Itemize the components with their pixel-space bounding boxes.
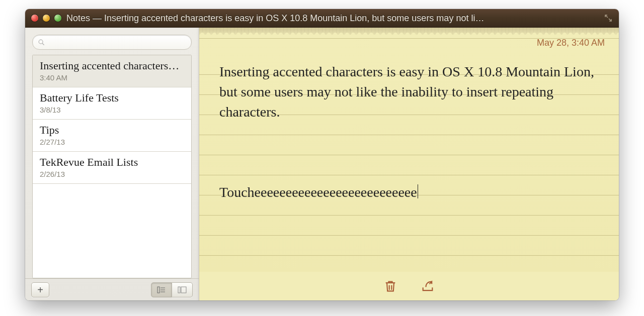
share-note-button[interactable]	[421, 279, 435, 293]
note-list-date: 3:40 AM	[40, 73, 184, 82]
note-only-view-button[interactable]	[172, 282, 193, 297]
note-view-icon	[178, 286, 187, 293]
sidebar: Inserting accented characters… 3:40 AM B…	[25, 28, 199, 300]
torn-edge	[199, 28, 619, 35]
note-list-title: Tips	[40, 124, 184, 137]
note-list-title: Battery Life Tests	[40, 91, 184, 104]
close-window-button[interactable]	[31, 15, 38, 22]
note-list-date: 2/26/13	[40, 170, 184, 178]
note-list-title: Inserting accented characters…	[40, 59, 184, 72]
view-toggle	[151, 282, 193, 297]
search-field[interactable]	[32, 35, 192, 50]
titlebar: Notes — Inserting accented characters is…	[25, 9, 619, 28]
notes-window: Notes — Inserting accented characters is…	[25, 9, 619, 300]
share-icon	[421, 279, 435, 293]
note-list-item[interactable]: Inserting accented characters… 3:40 AM	[33, 55, 191, 87]
delete-note-button[interactable]	[383, 279, 397, 293]
note-list-date: 3/8/13	[40, 106, 184, 114]
fullscreen-button[interactable]	[604, 14, 613, 23]
svg-rect-6	[178, 287, 180, 293]
note-list-item[interactable]: Tips 2/27/13	[33, 120, 191, 152]
search-input[interactable]	[48, 38, 186, 47]
list-view-icon	[157, 286, 166, 293]
note-timestamp: May 28, 3:40 AM	[537, 38, 605, 48]
note-pane: May 28, 3:40 AM Inserting accented chara…	[199, 28, 619, 300]
notes-list: Inserting accented characters… 3:40 AM B…	[32, 55, 192, 278]
list-view-button[interactable]	[151, 282, 172, 297]
new-note-button[interactable]: +	[31, 282, 49, 297]
search-icon	[38, 39, 45, 46]
note-list-item[interactable]: TekRevue Email Lists 2/26/13	[33, 152, 191, 184]
note-list-item[interactable]: Battery Life Tests 3/8/13	[33, 87, 191, 120]
svg-rect-7	[181, 287, 186, 293]
sidebar-footer: +	[25, 278, 199, 300]
svg-line-1	[42, 43, 44, 45]
note-body[interactable]: Inserting accented characters is easy in…	[219, 42, 599, 202]
window-title: Notes — Inserting accented characters is…	[66, 13, 599, 24]
traffic-lights	[31, 15, 61, 22]
note-list-date: 2/27/13	[40, 138, 184, 146]
trash-icon	[383, 279, 397, 293]
minimize-window-button[interactable]	[43, 15, 50, 22]
zoom-window-button[interactable]	[54, 15, 61, 22]
svg-rect-2	[157, 287, 159, 293]
text-cursor	[418, 184, 418, 198]
note-actions	[199, 272, 619, 300]
note-paper[interactable]: May 28, 3:40 AM Inserting accented chara…	[199, 35, 619, 272]
note-list-title: TekRevue Email Lists	[40, 156, 184, 169]
